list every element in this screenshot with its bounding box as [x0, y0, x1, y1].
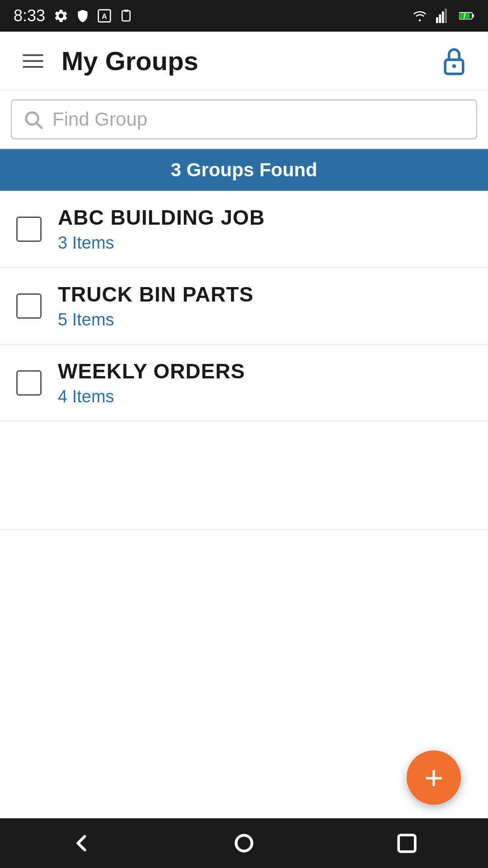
lock-icon — [439, 46, 469, 76]
lock-button[interactable] — [438, 45, 470, 77]
svg-point-15 — [452, 64, 456, 68]
group-name-2: TRUCK BIN PARTS — [58, 282, 253, 307]
svg-rect-6 — [436, 17, 438, 23]
battery-icon — [459, 8, 474, 24]
status-left-icons: A — [53, 8, 134, 24]
results-text: 3 Groups Found — [171, 159, 317, 180]
group-name-3: WEEKLY ORDERS — [58, 359, 245, 383]
group-items-count-1: 3 Items — [58, 233, 265, 253]
wifi-icon — [412, 8, 427, 24]
list-item[interactable]: ABC BUILDING JOB 3 Items — [0, 191, 488, 268]
search-input[interactable] — [52, 108, 465, 130]
bottom-nav — [0, 818, 488, 868]
settings-icon — [53, 8, 69, 24]
shield-icon — [75, 8, 90, 24]
recents-icon — [394, 831, 419, 856]
search-icon — [23, 109, 43, 130]
group-name-1: ABC BUILDING JOB — [58, 205, 265, 230]
add-group-button[interactable]: + — [407, 750, 461, 805]
svg-rect-3 — [124, 9, 128, 12]
status-bar: 8:33 A — [0, 0, 488, 32]
svg-rect-11 — [472, 14, 474, 17]
group-items-count-3: 4 Items — [58, 387, 245, 406]
back-button[interactable] — [63, 825, 99, 861]
group-info-2: TRUCK BIN PARTS 5 Items — [58, 282, 253, 330]
home-icon — [230, 830, 258, 857]
group-info-3: WEEKLY ORDERS 4 Items — [58, 359, 245, 406]
group-info-1: ABC BUILDING JOB 3 Items — [58, 205, 265, 253]
svg-rect-2 — [122, 11, 130, 21]
svg-rect-19 — [399, 835, 415, 852]
group-checkbox-2[interactable] — [16, 293, 42, 319]
status-bar-right — [412, 8, 474, 24]
search-wrapper — [11, 99, 477, 139]
svg-line-17 — [37, 123, 42, 128]
svg-point-18 — [236, 835, 252, 851]
page-title: My Groups — [61, 46, 438, 76]
groups-list: ABC BUILDING JOB 3 Items TRUCK BIN PARTS… — [0, 191, 488, 421]
svg-rect-7 — [439, 14, 441, 23]
menu-button[interactable] — [18, 50, 48, 72]
svg-rect-9 — [445, 9, 447, 23]
list-item[interactable]: WEEKLY ORDERS 4 Items — [0, 344, 488, 421]
group-checkbox-1[interactable] — [16, 217, 42, 242]
app-bar: My Groups — [0, 32, 488, 90]
group-checkbox-3[interactable] — [16, 370, 42, 396]
menu-line-3 — [23, 66, 43, 68]
home-button[interactable] — [226, 825, 262, 861]
results-banner: 3 Groups Found — [0, 149, 488, 191]
svg-rect-8 — [442, 11, 444, 23]
signal-icon — [436, 8, 451, 24]
status-time: 8:33 — [14, 6, 45, 25]
status-bar-left: 8:33 A — [14, 6, 134, 25]
list-item[interactable]: TRUCK BIN PARTS 5 Items — [0, 268, 488, 344]
font-icon: A — [97, 8, 112, 24]
empty-area — [0, 421, 488, 530]
fab-plus-icon: + — [424, 761, 443, 794]
back-icon — [68, 830, 95, 857]
search-container — [0, 90, 488, 149]
clipboard-icon — [118, 8, 134, 24]
group-items-count-2: 5 Items — [58, 310, 253, 330]
recents-button[interactable] — [389, 825, 425, 861]
menu-line-1 — [23, 54, 43, 56]
svg-text:A: A — [102, 13, 107, 20]
menu-line-2 — [23, 60, 43, 62]
